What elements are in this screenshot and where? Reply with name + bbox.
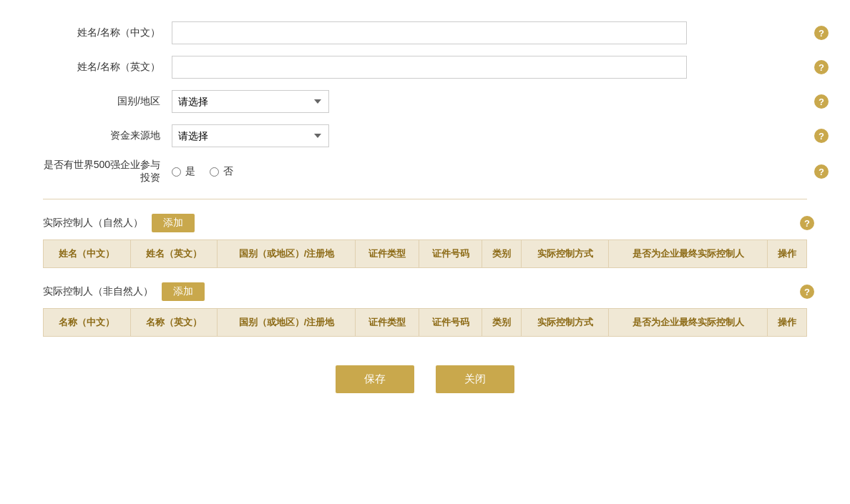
country-label: 国别/地区 (43, 95, 172, 108)
fund-source-help-icon[interactable]: ? (814, 129, 829, 143)
np-col-operation: 操作 (767, 240, 806, 268)
fortune500-radio-group: 是 否 (172, 165, 233, 178)
nnp-col-country: 国别（或地区）/注册地 (218, 309, 356, 337)
fund-source-label: 资金来源地 (43, 129, 172, 142)
natural-person-header: 实际控制人（自然人） 添加 ? (43, 214, 807, 232)
natural-person-table: 姓名（中文） 姓名（英文） 国别（或地区）/注册地 证件类型 证件号码 类别 实… (43, 239, 807, 268)
fortune500-yes-option[interactable]: 是 (172, 165, 195, 178)
fortune500-help-icon[interactable]: ? (814, 164, 829, 179)
np-col-category: 类别 (482, 240, 522, 268)
name-en-label: 姓名/名称（英文） (43, 61, 172, 74)
name-en-input[interactable] (172, 56, 687, 79)
np-col-name-en: 姓名（英文） (130, 240, 218, 268)
name-cn-help-icon[interactable]: ? (814, 26, 829, 40)
non-natural-person-table: 名称（中文） 名称（英文） 国别（或地区）/注册地 证件类型 证件号码 类别 实… (43, 308, 807, 337)
np-col-name-cn: 姓名（中文） (44, 240, 131, 268)
nnp-col-cert-no: 证件号码 (419, 309, 482, 337)
country-select[interactable]: 请选择 (172, 90, 329, 113)
country-help-icon[interactable]: ? (814, 94, 829, 109)
bottom-buttons: 保存 关闭 (43, 365, 807, 393)
name-cn-input[interactable] (172, 21, 687, 44)
name-cn-label: 姓名/名称（中文） (43, 26, 172, 39)
close-button[interactable]: 关闭 (436, 365, 514, 393)
natural-person-title: 实际控制人（自然人） (43, 217, 143, 229)
nnp-col-cert-type: 证件类型 (356, 309, 419, 337)
nnp-col-name-cn: 名称（中文） (44, 309, 131, 337)
fortune500-no-label: 否 (223, 165, 233, 178)
fund-source-select[interactable]: 请选择 (172, 124, 329, 147)
nnp-col-control-method: 实际控制方式 (522, 309, 609, 337)
fortune500-no-radio[interactable] (210, 167, 219, 177)
non-natural-person-title: 实际控制人（非自然人） (43, 285, 153, 298)
np-col-cert-type: 证件类型 (356, 240, 419, 268)
fortune500-no-option[interactable]: 否 (210, 165, 233, 178)
non-natural-person-header: 实际控制人（非自然人） 添加 ? (43, 282, 807, 301)
non-natural-person-help-icon[interactable]: ? (800, 285, 814, 299)
name-en-help-icon[interactable]: ? (814, 60, 829, 74)
fortune500-yes-label: 是 (185, 165, 195, 178)
non-natural-person-add-btn[interactable]: 添加 (162, 282, 205, 301)
np-col-control-method: 实际控制方式 (522, 240, 609, 268)
np-col-cert-no: 证件号码 (419, 240, 482, 268)
fortune500-yes-radio[interactable] (172, 167, 181, 177)
nnp-col-operation: 操作 (767, 309, 806, 337)
nnp-col-name-en: 名称（英文） (130, 309, 218, 337)
np-col-is-final-controller: 是否为企业最终实际控制人 (609, 240, 768, 268)
nnp-col-is-final-controller: 是否为企业最终实际控制人 (609, 309, 768, 337)
natural-person-help-icon[interactable]: ? (800, 216, 814, 230)
save-button[interactable]: 保存 (336, 365, 414, 393)
divider-1 (43, 199, 807, 199)
natural-person-add-btn[interactable]: 添加 (152, 214, 195, 232)
nnp-col-category: 类别 (482, 309, 522, 337)
non-natural-person-table-header-row: 名称（中文） 名称（英文） 国别（或地区）/注册地 证件类型 证件号码 类别 实… (44, 309, 807, 337)
fortune500-label: 是否有世界500强企业参与投资 (43, 159, 172, 184)
natural-person-table-header-row: 姓名（中文） 姓名（英文） 国别（或地区）/注册地 证件类型 证件号码 类别 实… (44, 240, 807, 268)
np-col-country: 国别（或地区）/注册地 (218, 240, 356, 268)
